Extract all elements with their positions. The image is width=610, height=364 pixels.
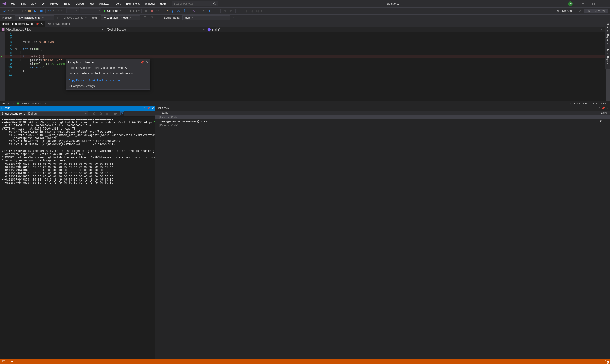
- tab-solution-explorer[interactable]: Solution Explorer: [605, 21, 610, 46]
- restart-icon[interactable]: [155, 8, 160, 13]
- zoom-level[interactable]: 100 %: [2, 102, 9, 105]
- thread-window-icon[interactable]: [133, 8, 138, 13]
- stackframe-dropdown[interactable]: main▾: [183, 15, 230, 20]
- copy-details-link[interactable]: Copy Details: [68, 79, 85, 82]
- callstack-row[interactable]: ➤ basic-global-overflow.exe!main() Line …: [155, 119, 610, 123]
- output-text[interactable]: ========================================…: [0, 117, 155, 359]
- step-backward-icon[interactable]: [191, 8, 196, 13]
- menu-window[interactable]: Window: [143, 1, 157, 7]
- platform-dropdown[interactable]: ▾: [80, 8, 101, 13]
- lifecycle-icon[interactable]: [56, 15, 61, 20]
- save-icon[interactable]: [33, 8, 38, 13]
- clear-all-icon[interactable]: [105, 111, 109, 116]
- menu-analyze[interactable]: Analyze: [97, 1, 111, 7]
- nav-back-icon[interactable]: [2, 8, 7, 13]
- callstack-row[interactable]: [External Code]: [155, 115, 610, 119]
- member-dropdown[interactable]: main()▾: [206, 27, 604, 32]
- new-project-icon[interactable]: [19, 8, 24, 13]
- step-out-icon[interactable]: [182, 8, 187, 13]
- nav-fwd-icon[interactable]: [10, 8, 15, 13]
- menu-view[interactable]: View: [28, 1, 39, 7]
- close-icon[interactable]: ✕: [152, 107, 154, 110]
- bookmark-prev-icon[interactable]: [243, 8, 248, 13]
- fold-gutter[interactable]: ⊟: [14, 32, 18, 101]
- col-lang[interactable]: Lang: [599, 111, 610, 115]
- menu-debug[interactable]: Debug: [73, 1, 86, 7]
- program-output-icon[interactable]: [119, 111, 124, 116]
- threads-window-icon[interactable]: [157, 15, 162, 20]
- tab-basic-global-overflow[interactable]: basic-global-overflow.cpp 📌 ✕: [0, 21, 45, 27]
- show-next-statement-icon[interactable]: [164, 8, 169, 13]
- code-editor[interactable]: 123456789101112 ⊟ │││ ➤#include <stdio.h…: [0, 32, 610, 101]
- resize-grip-icon[interactable]: ⋰: [146, 85, 148, 88]
- feedback-icon[interactable]: [578, 8, 583, 13]
- close-button[interactable]: [599, 0, 609, 7]
- indent-more-icon[interactable]: [228, 8, 234, 13]
- project-dropdown[interactable]: Miscellaneous Files▾: [0, 27, 105, 32]
- menu-build[interactable]: Build: [62, 1, 73, 7]
- exception-settings-toggle[interactable]: ▷Exception Settings: [68, 84, 95, 88]
- bookmark-icon[interactable]: [237, 8, 242, 13]
- intellitrace-icon[interactable]: [197, 8, 202, 13]
- menu-tools[interactable]: Tools: [112, 1, 123, 7]
- pin-icon[interactable]: 📌: [147, 107, 150, 110]
- indent-mode[interactable]: SPC: [593, 102, 598, 105]
- global-search[interactable]: [172, 1, 218, 6]
- stop-icon[interactable]: [149, 8, 154, 13]
- tab-myfilename-dmp[interactable]: MyFileName.dmp: [45, 21, 72, 27]
- toggle-wordwrap-icon[interactable]: [113, 111, 118, 116]
- bookmark-clear-icon[interactable]: [255, 8, 260, 13]
- goto-prev-message-icon[interactable]: [92, 111, 97, 116]
- open-folder-icon[interactable]: [27, 8, 32, 13]
- tab-overflow-icon[interactable]: ▾: [603, 22, 605, 26]
- save-all-icon[interactable]: [39, 8, 43, 13]
- issues-status[interactable]: No issues found: [22, 102, 41, 105]
- step-into-icon[interactable]: [170, 8, 175, 13]
- bookmark-next-icon[interactable]: [249, 8, 254, 13]
- stack-icon[interactable]: [214, 8, 219, 13]
- menu-help[interactable]: Help: [158, 1, 168, 7]
- close-icon[interactable]: ✕: [607, 107, 609, 110]
- hex-icon[interactable]: ⬢: [208, 8, 213, 13]
- callstack-row[interactable]: [External Code]: [155, 123, 610, 128]
- pin-icon[interactable]: 📌: [602, 107, 605, 110]
- process-icon[interactable]: [127, 8, 132, 13]
- continue-button[interactable]: Continue ▾: [102, 8, 123, 14]
- tab-team-explorer[interactable]: Team Explorer: [605, 46, 610, 69]
- menu-git[interactable]: Git: [40, 1, 48, 7]
- notifications-icon[interactable]: [605, 360, 608, 363]
- close-icon[interactable]: ✕: [40, 22, 43, 26]
- close-icon[interactable]: ✕: [146, 61, 148, 64]
- pane-options-icon[interactable]: ▾: [599, 107, 600, 110]
- start-liveshare-link[interactable]: Start Live Share session...: [89, 79, 122, 82]
- col-name[interactable]: Name: [159, 111, 599, 115]
- process-dropdown[interactable]: [] MyFileName.dmp▾: [15, 15, 54, 20]
- glyph-margin[interactable]: [0, 32, 5, 101]
- minimize-button[interactable]: [578, 0, 588, 7]
- maximize-button[interactable]: [588, 0, 599, 7]
- indent-less-icon[interactable]: [223, 8, 227, 13]
- redo-icon[interactable]: [55, 8, 60, 13]
- undo-icon[interactable]: [47, 8, 53, 13]
- flag-icon[interactable]: [142, 15, 147, 20]
- pane-options-icon[interactable]: ▾: [144, 107, 145, 110]
- menu-project[interactable]: Project: [48, 1, 62, 7]
- menu-extensions[interactable]: Extensions: [124, 1, 142, 7]
- config-dropdown[interactable]: ▾: [66, 8, 79, 13]
- flagged-threads-icon[interactable]: [149, 15, 154, 20]
- menu-test[interactable]: Test: [87, 1, 96, 7]
- callstack-rows[interactable]: [External Code] ➤ basic-global-overflow.…: [155, 115, 610, 359]
- search-input[interactable]: [174, 2, 210, 5]
- pause-icon[interactable]: [144, 8, 148, 13]
- liveshare-button[interactable]: Live Share: [553, 9, 577, 13]
- pin-icon[interactable]: 📌: [140, 61, 144, 64]
- user-avatar[interactable]: JR: [568, 1, 573, 6]
- menu-edit[interactable]: Edit: [18, 1, 28, 7]
- line-ending[interactable]: CRLF: [601, 102, 608, 105]
- search-icon[interactable]: [213, 2, 216, 5]
- menu-file[interactable]: File: [9, 1, 18, 7]
- step-over-icon[interactable]: [176, 8, 181, 13]
- scope-dropdown[interactable]: (Global Scope)▾: [105, 27, 206, 32]
- thread-dropdown[interactable]: [74992] Main Thread▾: [101, 15, 140, 20]
- output-source-dropdown[interactable]: Debug▾: [27, 111, 88, 116]
